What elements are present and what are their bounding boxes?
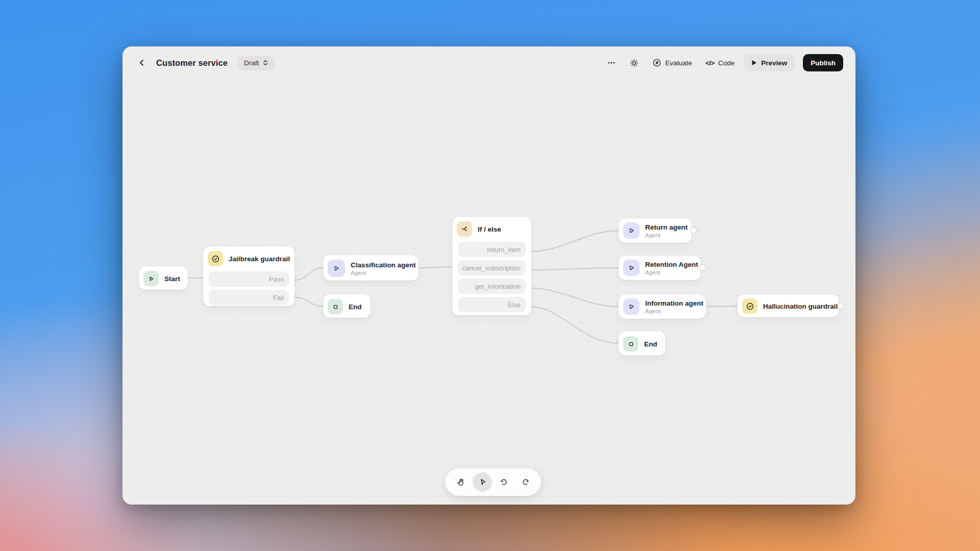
node-classification-agent[interactable]: Classification agent Agent [323,255,419,281]
node-retention-agent[interactable]: Retention Agent Agent [619,256,701,280]
status-label: Draft [244,59,259,67]
canvas-toolbar [445,468,541,496]
play-icon [143,271,159,286]
undo-button[interactable] [494,472,513,492]
node-subtitle: Agent [645,269,698,276]
preview-label: Preview [761,59,787,67]
canvas[interactable]: Start Jailbreak guardrail Pass Fail [122,46,855,505]
code-label: Code [718,59,734,67]
play-icon [751,60,757,66]
agent-cursor-icon [328,260,345,277]
agent-cursor-icon [623,260,640,276]
cursor-icon [478,478,487,487]
node-hallucination-guardrail[interactable]: Hallucination guardrail [738,294,839,317]
back-button[interactable] [135,56,149,70]
agent-cursor-icon [623,298,640,315]
header: Customer service Draft Evaluate </> Code [122,46,855,79]
chevron-up-down-icon [262,59,268,66]
settings-button[interactable] [625,55,643,71]
node-if-else[interactable]: If / else return_item cancel_subscriptio… [452,217,531,315]
select-tool-button[interactable] [473,472,492,492]
guardrail-check-icon [208,251,223,266]
page-title: Customer service [156,58,228,68]
node-title: Retention Agent [645,261,698,268]
app-window: Start Jailbreak guardrail Pass Fail [122,46,855,505]
agent-cursor-icon [623,222,640,239]
evaluate-button[interactable]: Evaluate [648,55,696,71]
node-title: Classification agent [351,261,416,269]
node-return-agent[interactable]: Return agent Agent [619,218,692,243]
redo-button[interactable] [516,472,535,492]
node-subtitle: Agent [351,270,416,276]
gear-icon [629,58,639,68]
branch-return-item[interactable]: return_item [458,242,526,257]
guardrail-check-icon [742,298,757,314]
node-start[interactable]: Start [139,266,188,290]
output-port[interactable] [690,227,697,234]
node-end-upper[interactable]: End [323,294,371,318]
node-title: Start [164,275,180,283]
publish-button[interactable]: Publish [803,54,843,71]
hand-icon [456,478,466,487]
branch-cancel-subscription[interactable]: cancel_subscription [458,260,526,276]
node-title: End [644,340,657,348]
preview-button[interactable]: Preview [744,54,795,71]
node-jailbreak-guardrail[interactable]: Jailbreak guardrail Pass Fail [203,246,295,306]
code-button[interactable]: </> Code [701,55,739,71]
output-port[interactable] [699,264,706,271]
stop-square-icon [623,336,639,352]
node-information-agent[interactable]: Information agent Agent [619,294,706,319]
output-port[interactable] [837,303,844,309]
node-subtitle: Agent [645,308,703,314]
status-dropdown[interactable]: Draft [238,56,275,70]
node-title: Return agent [645,223,688,231]
stop-square-icon [328,299,343,314]
undo-icon [499,478,509,487]
branch-pass[interactable]: Pass [209,271,289,287]
pan-tool-button[interactable] [451,472,471,492]
node-title: Jailbreak guardrail [229,255,290,263]
code-icon: </> [705,59,715,67]
node-title: Hallucination guardrail [763,303,838,310]
more-options-button[interactable] [603,55,620,71]
evaluate-icon [652,58,662,67]
branch-get-information[interactable]: get_information [458,279,526,294]
evaluate-label: Evaluate [665,59,692,67]
node-title: End [349,303,362,311]
chevron-left-icon [138,59,146,67]
branch-split-icon [457,221,472,237]
node-subtitle: Agent [645,232,688,238]
node-title: Information agent [645,299,703,307]
redo-icon [521,478,530,487]
branch-else[interactable]: Else [458,297,526,312]
publish-label: Publish [811,59,836,67]
branch-fail[interactable]: Fail [209,290,289,305]
ellipsis-icon [607,58,616,67]
node-end-lower[interactable]: End [619,331,665,356]
node-title: If / else [478,226,501,233]
